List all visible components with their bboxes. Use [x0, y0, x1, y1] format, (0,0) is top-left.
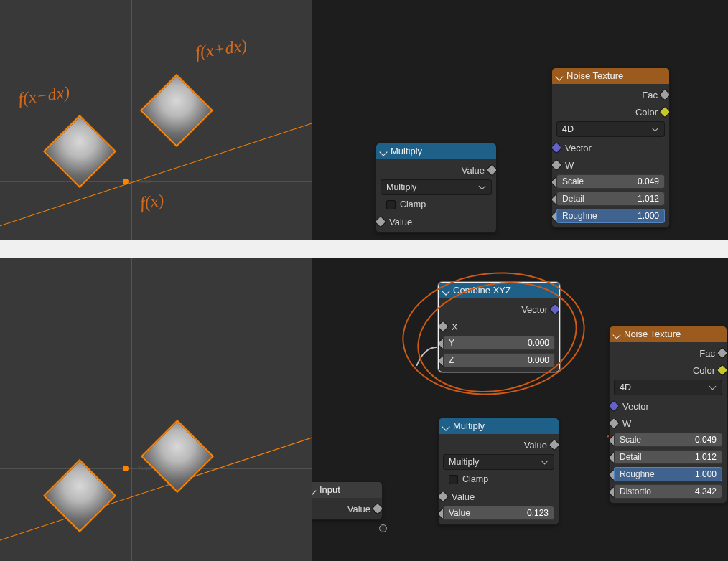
socket-in-w[interactable]: W [556, 157, 665, 171]
field-value: 0.000 [528, 355, 549, 365]
socket-icon[interactable] [373, 504, 383, 514]
field-roughness[interactable]: Roughne1.000 [556, 209, 665, 223]
socket-out-fac[interactable]: Fac [556, 87, 665, 101]
socket-in-value-a[interactable]: Value [443, 489, 554, 503]
field-key: Detail [620, 452, 642, 462]
socket-in-value[interactable]: Value [381, 214, 492, 228]
label-vector: Vector [622, 401, 649, 412]
node-editor-top[interactable]: Multiply Value Multiply Clamp Value Nois… [312, 0, 728, 240]
socket-in-w[interactable]: W [614, 415, 722, 430]
node-combine-xyz[interactable]: Combine XYZ Vector X Y0.000 Z0.000 [438, 282, 560, 372]
field-value: 0.049 [638, 176, 659, 187]
socket-icon[interactable] [609, 401, 619, 411]
socket-out-value[interactable]: Value [443, 437, 554, 451]
label-x: X [452, 321, 458, 332]
socket-icon[interactable] [717, 365, 727, 375]
mesh-cube-left[interactable] [43, 115, 116, 188]
node-wires [312, 0, 528, 108]
viewport-3d-bottom[interactable]: Target [0, 258, 312, 561]
node-header[interactable]: Input [312, 482, 382, 498]
socket-in-x[interactable]: X [443, 319, 555, 333]
node-multiply[interactable]: Multiply Value Multiply Clamp Value [375, 143, 497, 233]
checkbox-label: Clamp [400, 199, 426, 209]
field-key: Scale [620, 435, 641, 445]
image-split-divider [0, 240, 728, 258]
checkbox-box[interactable] [386, 200, 396, 209]
field-detail[interactable]: Detail1.012 [614, 450, 722, 464]
field-y[interactable]: Y0.000 [443, 336, 555, 350]
node-header[interactable]: Noise Texture [552, 68, 669, 84]
mesh-cube-right[interactable] [140, 74, 213, 147]
node-noise-texture[interactable]: Noise Texture Fac Color 4D Vector W Scal… [551, 67, 670, 228]
socket-out-color[interactable]: Color [556, 104, 665, 118]
dropdown-value: 4D [620, 382, 631, 392]
field-roughness[interactable]: Roughne1.000 [614, 467, 722, 481]
field-key: Scale [562, 176, 584, 187]
socket-icon[interactable] [717, 348, 727, 358]
target-origin-label: Target [138, 179, 151, 184]
node-noise-texture[interactable]: Noise Texture Fac Color 4D Vector W Scal… [609, 326, 727, 504]
field-scale[interactable]: Scale0.049 [556, 174, 665, 189]
label-fac: Fac [642, 90, 658, 100]
mesh-cube-right[interactable] [141, 420, 214, 493]
socket-icon[interactable] [551, 160, 561, 170]
socket-icon[interactable] [609, 418, 619, 428]
field-z[interactable]: Z0.000 [443, 353, 555, 367]
field-value: 0.000 [528, 338, 549, 348]
socket-in-vector[interactable]: Vector [556, 140, 665, 154]
dropdown-operation[interactable]: Multiply [443, 454, 554, 470]
field-value: 0.049 [695, 435, 717, 445]
node-group-input[interactable]: Input Value [312, 481, 383, 520]
socket-icon[interactable] [660, 90, 670, 100]
node-header[interactable]: Combine XYZ [439, 283, 559, 298]
hand-annotation-fx: f(x) [139, 191, 165, 213]
socket-icon[interactable] [660, 107, 670, 117]
label-w: W [565, 160, 574, 171]
viewport-3d-top[interactable]: Target f(x−dx) f(x+dx) f(x) [0, 0, 312, 240]
socket-out-fac[interactable]: Fac [614, 345, 722, 359]
dropdown-dimensions[interactable]: 4D [556, 121, 665, 137]
field-detail[interactable]: Detail1.012 [556, 192, 665, 206]
field-key: Value [449, 508, 470, 518]
dropdown-value: Multiply [449, 457, 479, 467]
socket-icon[interactable] [487, 165, 497, 175]
label-value-in: Value [452, 491, 475, 502]
socket-icon[interactable] [550, 304, 560, 314]
field-distortion[interactable]: Distortio4.342 [614, 484, 722, 499]
axis-vertical [131, 258, 132, 561]
node-header[interactable]: Multiply [439, 418, 559, 434]
field-value-b[interactable]: Value0.123 [443, 506, 554, 520]
label-fac: Fac [699, 348, 715, 359]
field-key: Y [449, 338, 454, 348]
socket-out-value[interactable]: Value [381, 162, 492, 176]
dropdown-dimensions[interactable]: 4D [614, 380, 722, 395]
field-scale[interactable]: Scale0.049 [614, 433, 722, 447]
socket-icon[interactable] [551, 143, 561, 153]
checkbox-box[interactable] [449, 475, 458, 484]
socket-out-color[interactable]: Color [614, 362, 722, 377]
checkbox-clamp[interactable]: Clamp [381, 198, 492, 211]
hand-annotation-fx-plus: f(x+dx) [194, 36, 248, 62]
socket-icon[interactable] [375, 217, 386, 227]
label-vector: Vector [565, 143, 592, 154]
field-value: 1.000 [695, 469, 717, 479]
node-editor-bottom[interactable]: Input Value Combine XYZ Vector X Y0.000 … [312, 258, 728, 561]
node-header[interactable]: Multiply [376, 143, 496, 159]
checkbox-clamp[interactable]: Clamp [443, 473, 554, 486]
field-key: Distortio [620, 486, 651, 496]
reroute-socket[interactable] [379, 524, 387, 532]
socket-out-vector[interactable]: Vector [443, 301, 555, 316]
target-origin-label: Target [138, 466, 151, 471]
socket-in-vector[interactable]: Vector [614, 398, 722, 412]
field-key: Roughne [562, 211, 597, 221]
socket-icon[interactable] [438, 491, 448, 501]
node-header[interactable]: Noise Texture [610, 326, 727, 342]
socket-out-value[interactable]: Value [312, 501, 378, 515]
socket-icon[interactable] [438, 321, 448, 331]
label-value-out: Value [524, 440, 547, 451]
socket-icon[interactable] [549, 440, 559, 450]
hand-annotation-fx-minus: f(x−dx) [17, 82, 70, 109]
field-key: Detail [562, 194, 584, 204]
node-multiply[interactable]: Multiply Value Multiply Clamp Value Valu… [438, 418, 559, 525]
dropdown-operation[interactable]: Multiply [381, 179, 492, 195]
